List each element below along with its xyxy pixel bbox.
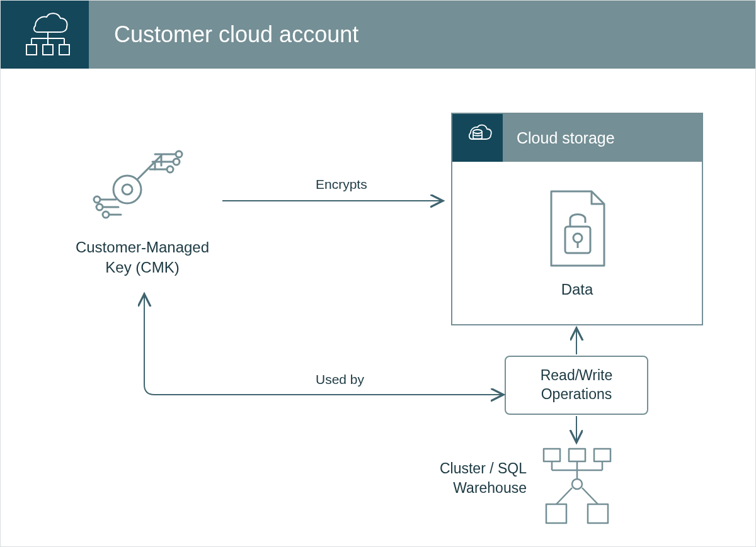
cloud-storage-icon-box <box>452 114 503 162</box>
svg-line-30 <box>582 488 598 504</box>
header-title: Customer cloud account <box>89 1 755 69</box>
cmk-node: Customer-Managed Key (CMK) <box>70 144 215 278</box>
svg-rect-5 <box>26 45 37 55</box>
svg-point-28 <box>572 479 582 489</box>
svg-point-18 <box>573 234 582 242</box>
svg-rect-21 <box>569 449 585 461</box>
file-lock-icon <box>542 188 612 272</box>
svg-point-10 <box>167 166 173 172</box>
cloud-database-icon <box>462 121 493 154</box>
svg-point-15 <box>103 211 109 218</box>
cloud-storage-title: Cloud storage <box>503 114 702 162</box>
svg-point-12 <box>176 151 182 157</box>
svg-rect-6 <box>43 45 53 55</box>
svg-rect-7 <box>59 45 69 55</box>
svg-point-9 <box>122 184 132 195</box>
read-write-ops-label: Read/Write Operations <box>506 366 647 404</box>
svg-rect-31 <box>546 504 566 523</box>
data-label: Data <box>561 281 593 298</box>
diagram-frame: Customer cloud account <box>0 0 756 547</box>
cluster-label: Cluster / SQL Warehouse <box>407 459 527 498</box>
svg-point-14 <box>96 204 103 210</box>
key-circuit-icon <box>92 217 193 228</box>
cloud-storage-body: Data <box>452 162 702 324</box>
svg-rect-17 <box>565 227 590 253</box>
header-icon-box <box>1 1 89 69</box>
header: Customer cloud account <box>1 1 755 69</box>
svg-rect-22 <box>594 449 610 461</box>
svg-rect-20 <box>544 449 560 461</box>
encrypts-edge-label: Encrypts <box>316 177 367 192</box>
cloud-network-icon <box>16 8 73 61</box>
svg-line-29 <box>556 488 572 504</box>
svg-point-11 <box>173 159 180 165</box>
cmk-label: Customer-Managed Key (CMK) <box>70 237 215 278</box>
svg-point-16 <box>473 130 482 133</box>
read-write-ops-node: Read/Write Operations <box>505 356 648 415</box>
cluster-icon <box>536 445 618 529</box>
svg-rect-32 <box>588 504 608 523</box>
used-by-edge-label: Used by <box>316 372 364 387</box>
cloud-storage-node: Cloud storage Data <box>451 113 703 325</box>
cloud-storage-header: Cloud storage <box>452 114 702 162</box>
diagram-canvas: Customer-Managed Key (CMK) Cloud storage <box>1 69 755 546</box>
svg-point-13 <box>94 196 100 203</box>
